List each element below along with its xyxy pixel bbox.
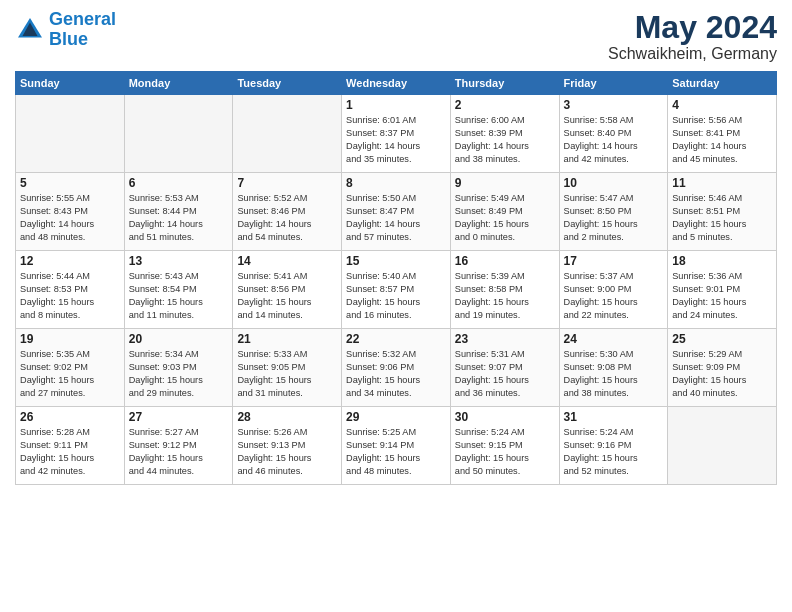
day-info: Sunrise: 5:44 AM Sunset: 8:53 PM Dayligh… <box>20 270 120 322</box>
day-number: 25 <box>672 332 772 346</box>
calendar-cell: 31Sunrise: 5:24 AM Sunset: 9:16 PM Dayli… <box>559 407 668 485</box>
day-info: Sunrise: 5:37 AM Sunset: 9:00 PM Dayligh… <box>564 270 664 322</box>
day-info: Sunrise: 5:24 AM Sunset: 9:15 PM Dayligh… <box>455 426 555 478</box>
header: General Blue May 2024 Schwaikheim, Germa… <box>15 10 777 63</box>
day-number: 22 <box>346 332 446 346</box>
day-info: Sunrise: 6:01 AM Sunset: 8:37 PM Dayligh… <box>346 114 446 166</box>
week-row-1: 5Sunrise: 5:55 AM Sunset: 8:43 PM Daylig… <box>16 173 777 251</box>
day-number: 7 <box>237 176 337 190</box>
day-info: Sunrise: 5:46 AM Sunset: 8:51 PM Dayligh… <box>672 192 772 244</box>
day-number: 24 <box>564 332 664 346</box>
title-block: May 2024 Schwaikheim, Germany <box>608 10 777 63</box>
calendar-cell: 11Sunrise: 5:46 AM Sunset: 8:51 PM Dayli… <box>668 173 777 251</box>
day-number: 13 <box>129 254 229 268</box>
calendar-cell: 5Sunrise: 5:55 AM Sunset: 8:43 PM Daylig… <box>16 173 125 251</box>
calendar-cell: 3Sunrise: 5:58 AM Sunset: 8:40 PM Daylig… <box>559 95 668 173</box>
calendar-cell: 12Sunrise: 5:44 AM Sunset: 8:53 PM Dayli… <box>16 251 125 329</box>
calendar-cell <box>16 95 125 173</box>
day-info: Sunrise: 5:39 AM Sunset: 8:58 PM Dayligh… <box>455 270 555 322</box>
day-number: 2 <box>455 98 555 112</box>
day-number: 31 <box>564 410 664 424</box>
day-number: 26 <box>20 410 120 424</box>
day-number: 3 <box>564 98 664 112</box>
day-number: 11 <box>672 176 772 190</box>
day-info: Sunrise: 5:26 AM Sunset: 9:13 PM Dayligh… <box>237 426 337 478</box>
calendar-cell: 13Sunrise: 5:43 AM Sunset: 8:54 PM Dayli… <box>124 251 233 329</box>
logo-icon <box>15 15 45 45</box>
calendar-cell: 26Sunrise: 5:28 AM Sunset: 9:11 PM Dayli… <box>16 407 125 485</box>
day-info: Sunrise: 5:33 AM Sunset: 9:05 PM Dayligh… <box>237 348 337 400</box>
day-info: Sunrise: 5:25 AM Sunset: 9:14 PM Dayligh… <box>346 426 446 478</box>
day-number: 23 <box>455 332 555 346</box>
day-info: Sunrise: 5:35 AM Sunset: 9:02 PM Dayligh… <box>20 348 120 400</box>
calendar-cell: 30Sunrise: 5:24 AM Sunset: 9:15 PM Dayli… <box>450 407 559 485</box>
week-row-2: 12Sunrise: 5:44 AM Sunset: 8:53 PM Dayli… <box>16 251 777 329</box>
day-info: Sunrise: 6:00 AM Sunset: 8:39 PM Dayligh… <box>455 114 555 166</box>
header-thursday: Thursday <box>450 72 559 95</box>
day-info: Sunrise: 5:31 AM Sunset: 9:07 PM Dayligh… <box>455 348 555 400</box>
day-info: Sunrise: 5:40 AM Sunset: 8:57 PM Dayligh… <box>346 270 446 322</box>
calendar-cell: 23Sunrise: 5:31 AM Sunset: 9:07 PM Dayli… <box>450 329 559 407</box>
calendar-table: Sunday Monday Tuesday Wednesday Thursday… <box>15 71 777 485</box>
day-number: 4 <box>672 98 772 112</box>
day-number: 18 <box>672 254 772 268</box>
day-info: Sunrise: 5:49 AM Sunset: 8:49 PM Dayligh… <box>455 192 555 244</box>
day-info: Sunrise: 5:53 AM Sunset: 8:44 PM Dayligh… <box>129 192 229 244</box>
day-info: Sunrise: 5:28 AM Sunset: 9:11 PM Dayligh… <box>20 426 120 478</box>
day-info: Sunrise: 5:32 AM Sunset: 9:06 PM Dayligh… <box>346 348 446 400</box>
day-info: Sunrise: 5:55 AM Sunset: 8:43 PM Dayligh… <box>20 192 120 244</box>
day-number: 21 <box>237 332 337 346</box>
day-info: Sunrise: 5:36 AM Sunset: 9:01 PM Dayligh… <box>672 270 772 322</box>
header-wednesday: Wednesday <box>342 72 451 95</box>
calendar-cell: 28Sunrise: 5:26 AM Sunset: 9:13 PM Dayli… <box>233 407 342 485</box>
day-number: 29 <box>346 410 446 424</box>
day-info: Sunrise: 5:30 AM Sunset: 9:08 PM Dayligh… <box>564 348 664 400</box>
week-row-3: 19Sunrise: 5:35 AM Sunset: 9:02 PM Dayli… <box>16 329 777 407</box>
calendar-cell: 17Sunrise: 5:37 AM Sunset: 9:00 PM Dayli… <box>559 251 668 329</box>
day-number: 28 <box>237 410 337 424</box>
calendar-cell <box>233 95 342 173</box>
header-sunday: Sunday <box>16 72 125 95</box>
calendar-cell: 25Sunrise: 5:29 AM Sunset: 9:09 PM Dayli… <box>668 329 777 407</box>
day-info: Sunrise: 5:56 AM Sunset: 8:41 PM Dayligh… <box>672 114 772 166</box>
header-tuesday: Tuesday <box>233 72 342 95</box>
day-info: Sunrise: 5:34 AM Sunset: 9:03 PM Dayligh… <box>129 348 229 400</box>
day-info: Sunrise: 5:41 AM Sunset: 8:56 PM Dayligh… <box>237 270 337 322</box>
day-info: Sunrise: 5:50 AM Sunset: 8:47 PM Dayligh… <box>346 192 446 244</box>
day-number: 8 <box>346 176 446 190</box>
calendar-cell: 29Sunrise: 5:25 AM Sunset: 9:14 PM Dayli… <box>342 407 451 485</box>
day-number: 27 <box>129 410 229 424</box>
page-container: General Blue May 2024 Schwaikheim, Germa… <box>0 0 792 495</box>
day-number: 17 <box>564 254 664 268</box>
day-number: 16 <box>455 254 555 268</box>
header-monday: Monday <box>124 72 233 95</box>
day-number: 19 <box>20 332 120 346</box>
logo-text: General Blue <box>49 10 116 50</box>
day-number: 15 <box>346 254 446 268</box>
header-saturday: Saturday <box>668 72 777 95</box>
calendar-cell: 20Sunrise: 5:34 AM Sunset: 9:03 PM Dayli… <box>124 329 233 407</box>
day-info: Sunrise: 5:47 AM Sunset: 8:50 PM Dayligh… <box>564 192 664 244</box>
day-number: 5 <box>20 176 120 190</box>
calendar-cell: 14Sunrise: 5:41 AM Sunset: 8:56 PM Dayli… <box>233 251 342 329</box>
day-info: Sunrise: 5:52 AM Sunset: 8:46 PM Dayligh… <box>237 192 337 244</box>
calendar-cell: 1Sunrise: 6:01 AM Sunset: 8:37 PM Daylig… <box>342 95 451 173</box>
calendar-cell: 19Sunrise: 5:35 AM Sunset: 9:02 PM Dayli… <box>16 329 125 407</box>
weekday-header-row: Sunday Monday Tuesday Wednesday Thursday… <box>16 72 777 95</box>
day-number: 30 <box>455 410 555 424</box>
calendar-title: May 2024 <box>608 10 777 45</box>
calendar-cell: 16Sunrise: 5:39 AM Sunset: 8:58 PM Dayli… <box>450 251 559 329</box>
week-row-4: 26Sunrise: 5:28 AM Sunset: 9:11 PM Dayli… <box>16 407 777 485</box>
day-info: Sunrise: 5:27 AM Sunset: 9:12 PM Dayligh… <box>129 426 229 478</box>
day-number: 14 <box>237 254 337 268</box>
calendar-cell <box>124 95 233 173</box>
calendar-cell: 24Sunrise: 5:30 AM Sunset: 9:08 PM Dayli… <box>559 329 668 407</box>
day-number: 10 <box>564 176 664 190</box>
calendar-cell: 2Sunrise: 6:00 AM Sunset: 8:39 PM Daylig… <box>450 95 559 173</box>
calendar-cell: 10Sunrise: 5:47 AM Sunset: 8:50 PM Dayli… <box>559 173 668 251</box>
logo: General Blue <box>15 10 116 50</box>
calendar-cell: 15Sunrise: 5:40 AM Sunset: 8:57 PM Dayli… <box>342 251 451 329</box>
day-number: 6 <box>129 176 229 190</box>
calendar-cell: 18Sunrise: 5:36 AM Sunset: 9:01 PM Dayli… <box>668 251 777 329</box>
day-number: 12 <box>20 254 120 268</box>
